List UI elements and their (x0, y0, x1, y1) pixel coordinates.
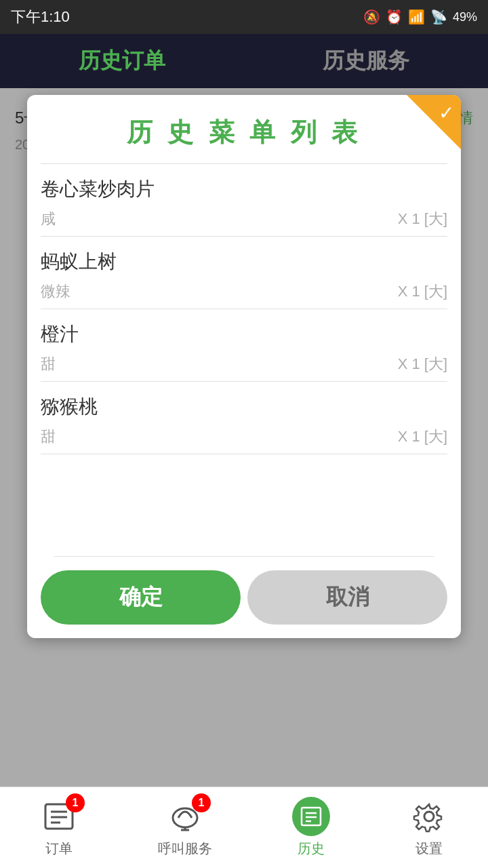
nav-item-call-service[interactable]: 1 呼叫服务 (158, 797, 212, 858)
history-icon (299, 804, 323, 829)
menu-item-quantity: X 1 [大] (398, 281, 447, 302)
battery-indicator: 49% (453, 10, 477, 24)
settings-icon (411, 799, 447, 834)
menu-item-name: 橙汁 (41, 321, 447, 347)
mute-icon: 🔕 (363, 9, 380, 25)
button-divider (54, 556, 434, 557)
menu-item-name: 蚂蚁上树 (41, 249, 447, 275)
nav-label-settings: 设置 (415, 840, 443, 858)
signal-icon: 📡 (430, 9, 447, 25)
menu-item-flavor: 甜 (41, 354, 56, 374)
nav-label-history: 历史 (298, 840, 325, 858)
empty-space (41, 454, 447, 556)
nav-item-settings[interactable]: 设置 (410, 797, 448, 858)
menu-item-name: 卷心菜炒肉片 (41, 176, 447, 202)
alarm-icon: ⏰ (386, 9, 403, 25)
dialog-title: 历 史 菜 单 列 表 (27, 95, 461, 163)
menu-item-flavor: 甜 (41, 427, 56, 447)
menu-item-flavor: 咸 (41, 209, 56, 229)
menu-item-bottom: 咸 X 1 [大] (41, 209, 447, 229)
history-circle (292, 797, 330, 836)
nav-item-history[interactable]: 历史 (292, 797, 330, 858)
nav-label-order: 订单 (45, 840, 73, 858)
menu-item: 卷心菜炒肉片 咸 X 1 [大] (41, 164, 447, 237)
menu-item-flavor: 微辣 (41, 281, 70, 302)
nav-icon-wrap-order: 1 (40, 797, 78, 835)
nav-icon-wrap-call-service: 1 (166, 797, 204, 835)
menu-item: 猕猴桃 甜 X 1 [大] (41, 382, 447, 454)
nav-icon-wrap-history (292, 797, 330, 835)
call-service-badge: 1 (192, 793, 211, 812)
nav-icon-wrap-settings (410, 797, 448, 835)
tab-header: 历史订单 历史服务 (0, 34, 488, 88)
bottom-nav: 1 订单 1 呼叫服务 (0, 787, 488, 868)
menu-item-bottom: 甜 X 1 [大] (41, 354, 447, 374)
menu-item-name: 猕猴桃 (41, 394, 447, 420)
bookmark-check-icon: ✓ (439, 102, 454, 124)
menu-item: 蚂蚁上树 微辣 X 1 [大] (41, 237, 447, 309)
dialog-buttons: 确定 取消 (41, 570, 447, 625)
history-menu-dialog: ✓ 历 史 菜 单 列 表 卷心菜炒肉片 咸 X 1 [大] 蚂蚁上树 微辣 (27, 95, 461, 638)
status-time: 下午1:10 (11, 7, 70, 27)
confirm-button[interactable]: 确定 (41, 570, 241, 625)
status-bar: 下午1:10 🔕 ⏰ 📶 📡 49% (0, 0, 488, 34)
menu-item: 橙汁 甜 X 1 [大] (41, 309, 447, 382)
menu-item-quantity: X 1 [大] (398, 209, 447, 229)
dialog-overlay: ✓ 历 史 菜 单 列 表 卷心菜炒肉片 咸 X 1 [大] 蚂蚁上树 微辣 (0, 88, 488, 787)
cancel-button[interactable]: 取消 (247, 570, 447, 625)
wifi-icon: 📶 (408, 9, 425, 25)
order-badge: 1 (66, 793, 85, 812)
menu-item-quantity: X 1 [大] (398, 427, 447, 447)
svg-point-11 (424, 812, 434, 821)
content-wrapper: 5号桌 订单已完成 订单详情 2015年08月14日 13:10:18 ✓ 历 … (0, 88, 488, 787)
nav-item-order[interactable]: 1 订单 (40, 797, 78, 858)
tab-history-order[interactable]: 历史订单 (0, 39, 244, 83)
tab-history-service[interactable]: 历史服务 (244, 39, 488, 83)
menu-item-bottom: 甜 X 1 [大] (41, 427, 447, 447)
menu-list: 卷心菜炒肉片 咸 X 1 [大] 蚂蚁上树 微辣 X 1 [大] 橙汁 (27, 164, 461, 557)
menu-item-bottom: 微辣 X 1 [大] (41, 281, 447, 302)
dialog-bookmark: ✓ (407, 95, 461, 149)
status-icons: 🔕 ⏰ 📶 📡 49% (363, 9, 477, 25)
nav-label-call-service: 呼叫服务 (158, 840, 212, 858)
menu-item-quantity: X 1 [大] (398, 354, 447, 374)
